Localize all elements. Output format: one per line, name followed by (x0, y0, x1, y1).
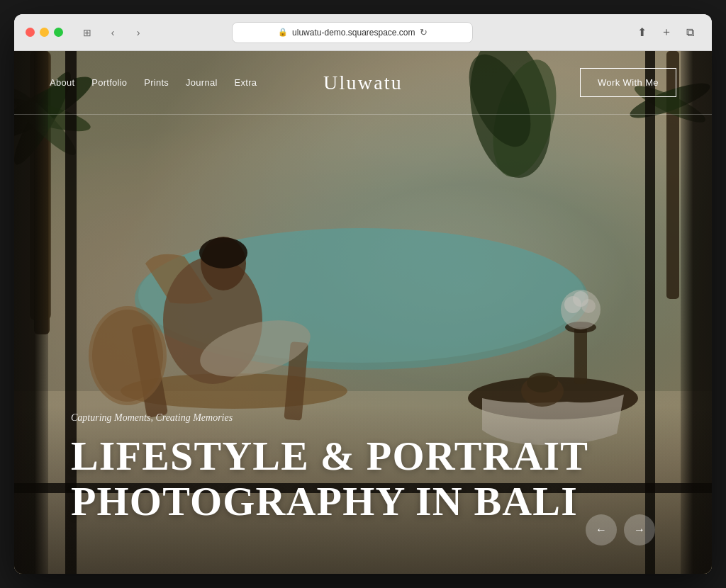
address-bar[interactable]: 🔒 uluwatu-demo.squarespace.com ↻ (232, 22, 473, 43)
browser-window: ⊞ ‹ › 🔒 uluwatu-demo.squarespace.com ↻ ⬆… (14, 14, 712, 574)
cta-button[interactable]: Work With Me (580, 68, 676, 97)
nav-link-journal[interactable]: Journal (186, 77, 217, 88)
browser-actions: ⬆ ＋ ⧉ (632, 23, 700, 43)
nav-right: Work With Me (363, 68, 676, 97)
slider-arrows: ← → (586, 514, 655, 545)
website-content: About Portfolio Prints Journal Extra Ulu… (14, 51, 712, 574)
nav-link-prints[interactable]: Prints (144, 77, 169, 88)
forward-button[interactable]: › (128, 23, 148, 43)
new-tab-button[interactable]: ＋ (657, 23, 676, 43)
close-button[interactable] (26, 28, 35, 37)
prev-slide-button[interactable]: ← (586, 514, 617, 545)
browser-controls: ⊞ ‹ › (77, 23, 148, 43)
traffic-lights (26, 28, 63, 37)
hero-content: Capturing Moments, Creating Memories LIF… (71, 412, 588, 524)
hero-title-line1: LIFESTYLE & PORTRAIT (71, 433, 588, 479)
url-text: uluwatu-demo.squarespace.com (292, 28, 415, 38)
site-title: Uluwatu (323, 72, 403, 94)
browser-chrome: ⊞ ‹ › 🔒 uluwatu-demo.squarespace.com ↻ ⬆… (14, 14, 712, 51)
reload-icon[interactable]: ↻ (420, 27, 428, 38)
navigation: About Portfolio Prints Journal Extra Ulu… (14, 51, 712, 115)
nav-link-portfolio[interactable]: Portfolio (91, 77, 127, 88)
nav-left: About Portfolio Prints Journal Extra (50, 77, 363, 88)
tabs-button[interactable]: ⧉ (681, 23, 700, 43)
nav-link-extra[interactable]: Extra (235, 77, 257, 88)
sidebar-toggle-button[interactable]: ⊞ (77, 23, 97, 43)
lock-icon: 🔒 (278, 28, 288, 37)
hero-subtitle: Capturing Moments, Creating Memories (71, 412, 588, 424)
nav-link-about[interactable]: About (50, 77, 74, 88)
back-button[interactable]: ‹ (103, 23, 123, 43)
nav-center: Uluwatu (323, 72, 403, 94)
share-button[interactable]: ⬆ (632, 23, 652, 43)
maximize-button[interactable] (54, 28, 63, 37)
hero-title-line2: PHOTOGRAPHY IN BALI (71, 478, 578, 524)
minimize-button[interactable] (40, 28, 49, 37)
next-slide-button[interactable]: → (624, 514, 655, 545)
hero-title: LIFESTYLE & PORTRAIT PHOTOGRAPHY IN BALI (71, 434, 588, 524)
